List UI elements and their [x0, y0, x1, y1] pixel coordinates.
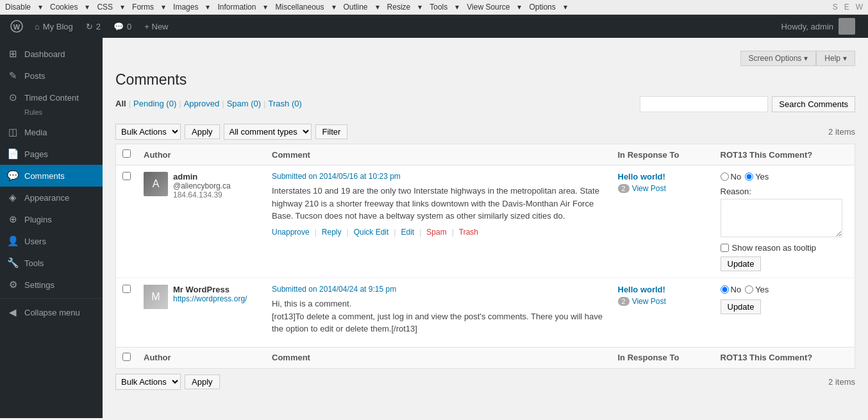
tab-trash[interactable]: Trash (0)	[269, 99, 302, 108]
row1-tooltip-checkbox[interactable]	[721, 244, 729, 252]
row1-reason-textarea[interactable]	[721, 199, 842, 237]
toolbar-disable[interactable]: Disable	[5, 3, 31, 12]
row1-edit[interactable]: Edit	[401, 228, 414, 237]
apply-button-top[interactable]: Apply	[185, 124, 220, 139]
row1-rot13-cell: No Yes Reason: Show reason as tooltip	[714, 165, 855, 278]
bar-item-updates[interactable]: ↻ 2	[79, 15, 107, 38]
table-row: A admin @aliencyborg.ca 184.64.134.39 Su…	[116, 165, 855, 278]
toolbar-outline[interactable]: Outline	[344, 3, 368, 12]
svg-text:W: W	[13, 23, 21, 31]
row1-checkbox[interactable]	[122, 172, 131, 180]
sidebar-item-users[interactable]: 👤 Users	[0, 230, 103, 252]
row2-view-post-link[interactable]: View Post	[632, 297, 666, 306]
toolbar-forms[interactable]: Forms	[132, 3, 154, 12]
tab-spam[interactable]: Spam (0)	[227, 99, 261, 108]
howdy-text: Howdy, admin	[781, 22, 833, 31]
apply-button-bottom[interactable]: Apply	[185, 374, 220, 389]
row1-reply[interactable]: Reply	[322, 228, 342, 237]
items-count-top: 2 items	[828, 127, 855, 137]
row1-text: Interstates 10 and 19 are the only two I…	[272, 185, 605, 223]
row2-rot13-no-label[interactable]: No	[721, 285, 742, 294]
row2-update-button[interactable]: Update	[721, 299, 762, 314]
comment-type-select[interactable]: All comment types	[224, 124, 312, 140]
row1-update-button[interactable]: Update	[721, 256, 762, 271]
search-input[interactable]	[640, 96, 768, 112]
row2-bubble: 2	[618, 297, 630, 306]
avatar[interactable]	[839, 18, 855, 35]
bar-item-site[interactable]: ⌂ My Blog	[28, 15, 79, 38]
filter-button[interactable]: Filter	[315, 124, 348, 139]
sidebar-item-pages[interactable]: 📄 Pages	[0, 143, 103, 165]
row1-avatar: A	[144, 172, 168, 196]
toolbar-css[interactable]: CSS	[97, 3, 113, 12]
row2-rot13-no[interactable]	[721, 285, 729, 294]
row2-checkbox[interactable]	[122, 285, 131, 293]
sidebar-item-tools[interactable]: 🔧 Tools	[0, 252, 103, 274]
sidebar-item-appearance[interactable]: ◈ Appearance	[0, 187, 103, 208]
help-button[interactable]: Help ▾	[816, 51, 855, 66]
col-header-author: Author	[137, 144, 265, 165]
row1-trash[interactable]: Trash	[459, 228, 478, 237]
row1-quick-edit[interactable]: Quick Edit	[354, 228, 389, 237]
sidebar: ⊞ Dashboard ✎ Posts ⊙ Timed Content Rule…	[0, 38, 103, 418]
sidebar-item-collapse[interactable]: ◀ Collapse menu	[0, 301, 103, 323]
bulk-actions-select-top[interactable]: Bulk Actions	[115, 124, 181, 140]
row1-response-post[interactable]: Hello world!	[618, 172, 665, 181]
tab-all[interactable]: All	[115, 99, 126, 108]
tab-pending[interactable]: Pending (0)	[133, 99, 176, 108]
row1-unapprove[interactable]: Unapprove	[272, 228, 310, 237]
toolbar-cookies[interactable]: Cookies	[50, 3, 78, 12]
sidebar-item-posts[interactable]: ✎ Posts	[0, 65, 103, 87]
bar-items: ⌂ My Blog ↻ 2 💬 0 + New	[28, 15, 781, 38]
site-name: My Blog	[43, 22, 73, 31]
row2-avatar: M	[144, 285, 168, 309]
row1-rot13-yes-label[interactable]: Yes	[745, 172, 769, 181]
tab-approved[interactable]: Approved	[184, 99, 220, 108]
col-footer-response: In Response To	[612, 347, 714, 368]
col-header-rot13: ROT13 This Comment?	[714, 144, 855, 165]
sidebar-item-plugins[interactable]: ⊕ Plugins	[0, 208, 103, 230]
row1-rot13-no[interactable]	[721, 172, 729, 181]
toolbar-images[interactable]: Images	[173, 3, 198, 12]
search-comments-button[interactable]: Search Comments	[772, 96, 855, 112]
bar-item-new[interactable]: + New	[138, 15, 174, 38]
sidebar-item-dashboard[interactable]: ⊞ Dashboard	[0, 43, 103, 65]
settings-icon: ⚙	[6, 279, 19, 290]
sidebar-item-settings[interactable]: ⚙ Settings	[0, 274, 103, 296]
screen-options-button[interactable]: Screen Options ▾	[740, 51, 817, 66]
sidebar-label-plugins: Plugins	[24, 215, 52, 224]
row1-view-post-link[interactable]: View Post	[632, 184, 666, 193]
items-count-bottom: 2 items	[828, 377, 855, 387]
row2-response-post[interactable]: Hello world!	[618, 285, 665, 294]
sidebar-item-comments[interactable]: 💬 Comments	[0, 165, 103, 187]
toolbar-tools[interactable]: Tools	[430, 3, 447, 12]
sidebar-item-timed-content[interactable]: ⊙ Timed Content Rules	[0, 87, 103, 121]
row2-rot13-yes[interactable]	[745, 285, 753, 294]
sidebar-item-media[interactable]: ◫ Media	[0, 121, 103, 143]
row2-author-url-link[interactable]: https://wordpress.org/	[173, 294, 247, 303]
row1-rot13-radio-row: No Yes	[721, 172, 849, 181]
row1-tooltip-label: Show reason as tooltip	[732, 243, 817, 253]
bulk-actions-select-bottom[interactable]: Bulk Actions	[115, 374, 181, 390]
row2-rot13-yes-label[interactable]: Yes	[745, 285, 769, 294]
select-all-checkbox-bottom[interactable]	[122, 353, 131, 361]
comments-bubble-icon: 💬	[113, 22, 124, 31]
users-icon: 👤	[6, 235, 19, 247]
top-actions-bar: Screen Options ▾ Help ▾	[115, 51, 855, 66]
sidebar-divider	[0, 298, 103, 299]
toolbar-options[interactable]: Options	[529, 3, 555, 12]
col-header-response: In Response To	[612, 144, 714, 165]
toolbar-resize[interactable]: Resize	[387, 3, 411, 12]
toolbar-information[interactable]: Information	[217, 3, 256, 12]
row1-rot13-yes[interactable]	[745, 172, 753, 181]
bar-item-comments[interactable]: 💬 0	[107, 15, 138, 38]
toolbar-miscellaneous[interactable]: Miscellaneous	[275, 3, 324, 12]
row1-view-post: 2 View Post	[618, 184, 708, 193]
wp-logo[interactable]: W	[5, 15, 28, 38]
row1-spam[interactable]: Spam	[426, 228, 446, 237]
row1-rot13-no-label[interactable]: No	[721, 172, 742, 181]
select-all-checkbox[interactable]	[122, 149, 131, 158]
col-footer-comment: Comment	[265, 347, 612, 368]
sidebar-label-pages: Pages	[24, 149, 48, 159]
toolbar-view-source[interactable]: View Source	[467, 3, 510, 12]
